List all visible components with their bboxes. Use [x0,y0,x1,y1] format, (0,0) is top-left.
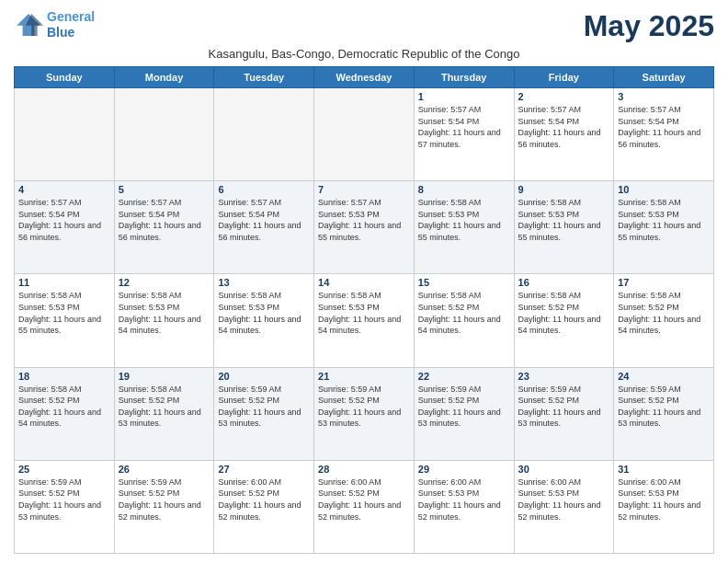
calendar-cell: 28Sunrise: 6:00 AMSunset: 5:52 PMDayligh… [314,460,415,553]
day-number: 16 [518,277,610,288]
day-number: 27 [218,464,310,475]
day-number: 31 [618,464,710,475]
cell-info: Sunrise: 5:59 AMSunset: 5:52 PMDaylight:… [218,384,310,430]
day-number: 10 [618,184,710,195]
cell-info: Sunrise: 5:58 AMSunset: 5:52 PMDaylight:… [518,290,610,336]
calendar-cell: 25Sunrise: 5:59 AMSunset: 5:52 PMDayligh… [15,460,115,553]
cell-info: Sunrise: 5:59 AMSunset: 5:52 PMDaylight:… [418,384,510,430]
calendar-cell: 13Sunrise: 5:58 AMSunset: 5:53 PMDayligh… [214,274,314,367]
cell-info: Sunrise: 5:59 AMSunset: 5:52 PMDaylight:… [318,384,410,430]
day-header-thursday: Thursday [414,67,514,88]
cell-info: Sunrise: 5:58 AMSunset: 5:53 PMDaylight:… [618,197,710,243]
day-number: 28 [318,464,410,475]
day-number: 15 [418,277,510,288]
logo-icon [14,12,43,38]
cell-info: Sunrise: 5:58 AMSunset: 5:52 PMDaylight:… [18,384,110,430]
cell-info: Sunrise: 5:57 AMSunset: 5:53 PMDaylight:… [318,197,410,243]
cell-info: Sunrise: 5:59 AMSunset: 5:52 PMDaylight:… [18,477,110,523]
calendar-cell: 27Sunrise: 6:00 AMSunset: 5:52 PMDayligh… [214,460,314,553]
calendar-cell: 18Sunrise: 5:58 AMSunset: 5:52 PMDayligh… [15,367,115,460]
day-number: 19 [119,371,210,382]
calendar-table: SundayMondayTuesdayWednesdayThursdayFrid… [14,66,714,554]
header: General Blue May 2025 [14,9,714,43]
day-header-sunday: Sunday [15,67,115,88]
logo-line1: General [47,9,95,24]
page: General Blue May 2025 Kasangulu, Bas-Con… [0,0,728,563]
cell-info: Sunrise: 6:00 AMSunset: 5:52 PMDaylight:… [218,477,310,523]
calendar-week-row: 25Sunrise: 5:59 AMSunset: 5:52 PMDayligh… [15,460,714,553]
calendar-cell: 15Sunrise: 5:58 AMSunset: 5:52 PMDayligh… [414,274,514,367]
day-header-monday: Monday [114,67,214,88]
calendar-cell: 4Sunrise: 5:57 AMSunset: 5:54 PMDaylight… [15,181,115,274]
cell-info: Sunrise: 6:00 AMSunset: 5:53 PMDaylight:… [618,477,710,523]
day-header-friday: Friday [514,67,614,88]
calendar-cell: 12Sunrise: 5:58 AMSunset: 5:53 PMDayligh… [114,274,214,367]
calendar-cell: 20Sunrise: 5:59 AMSunset: 5:52 PMDayligh… [214,367,314,460]
day-number: 21 [318,371,410,382]
cell-info: Sunrise: 5:59 AMSunset: 5:52 PMDaylight:… [518,384,610,430]
cell-info: Sunrise: 5:58 AMSunset: 5:53 PMDaylight:… [318,290,410,336]
cell-info: Sunrise: 5:57 AMSunset: 5:54 PMDaylight:… [119,197,210,243]
calendar-cell: 24Sunrise: 5:59 AMSunset: 5:52 PMDayligh… [614,367,714,460]
subtitle: Kasangulu, Bas-Congo, Democratic Republi… [14,47,714,61]
calendar-cell: 1Sunrise: 5:57 AMSunset: 5:54 PMDaylight… [414,88,514,181]
day-number: 11 [18,277,110,288]
day-number: 14 [318,277,410,288]
day-number: 25 [18,464,110,475]
calendar-header-row: SundayMondayTuesdayWednesdayThursdayFrid… [15,67,714,88]
calendar-cell: 10Sunrise: 5:58 AMSunset: 5:53 PMDayligh… [614,181,714,274]
day-number: 7 [318,184,410,195]
day-number: 20 [218,371,310,382]
calendar-cell: 5Sunrise: 5:57 AMSunset: 5:54 PMDaylight… [114,181,214,274]
cell-info: Sunrise: 5:58 AMSunset: 5:52 PMDaylight:… [418,290,510,336]
month-title: May 2025 [584,9,714,43]
day-number: 6 [218,184,310,195]
logo: General Blue [14,9,95,40]
calendar-cell: 14Sunrise: 5:58 AMSunset: 5:53 PMDayligh… [314,274,415,367]
day-number: 8 [418,184,510,195]
logo-line2: Blue [47,25,74,40]
calendar-cell [15,88,115,181]
calendar-cell: 17Sunrise: 5:58 AMSunset: 5:52 PMDayligh… [614,274,714,367]
calendar-cell: 26Sunrise: 5:59 AMSunset: 5:52 PMDayligh… [114,460,214,553]
cell-info: Sunrise: 5:59 AMSunset: 5:52 PMDaylight:… [119,477,210,523]
cell-info: Sunrise: 5:57 AMSunset: 5:54 PMDaylight:… [418,104,510,150]
calendar-week-row: 18Sunrise: 5:58 AMSunset: 5:52 PMDayligh… [15,367,714,460]
calendar-cell: 21Sunrise: 5:59 AMSunset: 5:52 PMDayligh… [314,367,415,460]
calendar-week-row: 11Sunrise: 5:58 AMSunset: 5:53 PMDayligh… [15,274,714,367]
calendar-cell: 30Sunrise: 6:00 AMSunset: 5:53 PMDayligh… [514,460,614,553]
calendar-week-row: 4Sunrise: 5:57 AMSunset: 5:54 PMDaylight… [15,181,714,274]
cell-info: Sunrise: 6:00 AMSunset: 5:53 PMDaylight:… [518,477,610,523]
day-number: 29 [418,464,510,475]
calendar-cell: 16Sunrise: 5:58 AMSunset: 5:52 PMDayligh… [514,274,614,367]
day-number: 13 [218,277,310,288]
day-number: 23 [518,371,610,382]
day-number: 1 [418,91,510,102]
calendar-cell: 22Sunrise: 5:59 AMSunset: 5:52 PMDayligh… [414,367,514,460]
calendar-cell: 31Sunrise: 6:00 AMSunset: 5:53 PMDayligh… [614,460,714,553]
cell-info: Sunrise: 6:00 AMSunset: 5:52 PMDaylight:… [318,477,410,523]
calendar-cell: 2Sunrise: 5:57 AMSunset: 5:54 PMDaylight… [514,88,614,181]
calendar-cell: 7Sunrise: 5:57 AMSunset: 5:53 PMDaylight… [314,181,415,274]
calendar-cell [114,88,214,181]
cell-info: Sunrise: 5:58 AMSunset: 5:52 PMDaylight:… [618,290,710,336]
day-number: 3 [618,91,710,102]
calendar-cell: 9Sunrise: 5:58 AMSunset: 5:53 PMDaylight… [514,181,614,274]
cell-info: Sunrise: 5:58 AMSunset: 5:53 PMDaylight:… [418,197,510,243]
calendar-cell: 29Sunrise: 6:00 AMSunset: 5:53 PMDayligh… [414,460,514,553]
day-number: 9 [518,184,610,195]
day-number: 22 [418,371,510,382]
calendar-cell: 11Sunrise: 5:58 AMSunset: 5:53 PMDayligh… [15,274,115,367]
day-header-saturday: Saturday [614,67,714,88]
day-number: 24 [618,371,710,382]
calendar-cell: 3Sunrise: 5:57 AMSunset: 5:54 PMDaylight… [614,88,714,181]
cell-info: Sunrise: 6:00 AMSunset: 5:53 PMDaylight:… [418,477,510,523]
day-number: 17 [618,277,710,288]
cell-info: Sunrise: 5:59 AMSunset: 5:52 PMDaylight:… [618,384,710,430]
calendar-cell: 6Sunrise: 5:57 AMSunset: 5:54 PMDaylight… [214,181,314,274]
day-header-wednesday: Wednesday [314,67,415,88]
cell-info: Sunrise: 5:58 AMSunset: 5:53 PMDaylight:… [18,290,110,336]
cell-info: Sunrise: 5:57 AMSunset: 5:54 PMDaylight:… [618,104,710,150]
logo-text: General Blue [47,9,95,40]
day-number: 4 [18,184,110,195]
